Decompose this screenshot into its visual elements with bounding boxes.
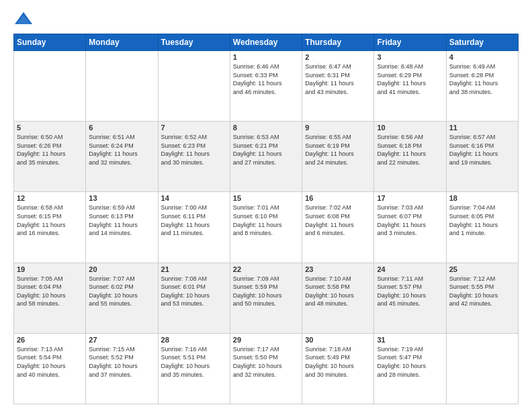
weekday-header: Tuesday (158, 34, 230, 51)
day-number: 30 (305, 336, 371, 344)
calendar-cell: 23Sunrise: 7:10 AMSunset: 5:58 PMDayligh… (302, 263, 374, 333)
day-number: 26 (17, 336, 83, 344)
calendar-cell: 25Sunrise: 7:12 AMSunset: 5:55 PMDayligh… (446, 263, 518, 333)
day-number: 31 (377, 336, 443, 344)
calendar-week-row: 26Sunrise: 7:13 AMSunset: 5:54 PMDayligh… (14, 333, 519, 404)
logo-icon (13, 11, 34, 27)
calendar-cell (158, 51, 230, 122)
day-number: 11 (449, 124, 515, 132)
calendar-cell: 27Sunrise: 7:15 AMSunset: 5:52 PMDayligh… (86, 333, 158, 404)
day-number: 1 (233, 53, 299, 61)
header (13, 11, 519, 27)
day-number: 4 (449, 53, 515, 61)
calendar-cell: 28Sunrise: 7:16 AMSunset: 5:51 PMDayligh… (158, 333, 230, 404)
day-info: Sunrise: 7:15 AMSunset: 5:52 PMDaylight:… (89, 345, 154, 379)
day-number: 12 (17, 194, 83, 202)
day-info: Sunrise: 6:52 AMSunset: 6:23 PMDaylight:… (161, 133, 227, 167)
day-number: 7 (161, 124, 227, 132)
calendar-cell: 16Sunrise: 7:02 AMSunset: 6:08 PMDayligh… (302, 192, 374, 263)
day-info: Sunrise: 7:11 AMSunset: 5:57 PMDaylight:… (377, 275, 443, 308)
weekday-header: Sunday (14, 34, 86, 51)
calendar-cell (86, 51, 158, 122)
calendar-week-row: 5Sunrise: 6:50 AMSunset: 6:26 PMDaylight… (14, 122, 519, 192)
day-number: 27 (89, 336, 154, 344)
weekday-header: Friday (374, 34, 446, 51)
calendar-cell: 8Sunrise: 6:53 AMSunset: 6:21 PMDaylight… (230, 122, 302, 192)
calendar-header-row: SundayMondayTuesdayWednesdayThursdayFrid… (14, 34, 519, 51)
day-info: Sunrise: 7:07 AMSunset: 6:02 PMDaylight:… (89, 275, 154, 308)
day-info: Sunrise: 7:18 AMSunset: 5:49 PMDaylight:… (305, 345, 371, 379)
day-info: Sunrise: 7:00 AMSunset: 6:11 PMDaylight:… (161, 203, 227, 237)
day-info: Sunrise: 7:05 AMSunset: 6:04 PMDaylight:… (17, 275, 83, 308)
calendar-cell: 31Sunrise: 7:19 AMSunset: 5:47 PMDayligh… (374, 333, 446, 404)
day-number: 25 (449, 265, 515, 273)
day-info: Sunrise: 6:58 AMSunset: 6:15 PMDaylight:… (17, 203, 83, 237)
day-number: 29 (233, 336, 299, 344)
day-number: 21 (161, 265, 227, 273)
calendar-cell (446, 333, 518, 404)
day-info: Sunrise: 6:50 AMSunset: 6:26 PMDaylight:… (17, 133, 83, 167)
day-number: 15 (233, 194, 299, 202)
day-info: Sunrise: 7:10 AMSunset: 5:58 PMDaylight:… (305, 275, 371, 308)
day-info: Sunrise: 6:57 AMSunset: 6:16 PMDaylight:… (449, 133, 515, 167)
day-number: 22 (233, 265, 299, 273)
calendar-cell: 13Sunrise: 6:59 AMSunset: 6:13 PMDayligh… (86, 192, 158, 263)
logo (13, 11, 36, 27)
day-number: 23 (305, 265, 371, 273)
calendar-cell: 4Sunrise: 6:49 AMSunset: 6:28 PMDaylight… (446, 51, 518, 122)
weekday-header: Monday (86, 34, 158, 51)
calendar-cell: 15Sunrise: 7:01 AMSunset: 6:10 PMDayligh… (230, 192, 302, 263)
day-info: Sunrise: 7:03 AMSunset: 6:07 PMDaylight:… (377, 203, 443, 237)
calendar-cell: 17Sunrise: 7:03 AMSunset: 6:07 PMDayligh… (374, 192, 446, 263)
day-number: 3 (377, 53, 443, 61)
day-number: 24 (377, 265, 443, 273)
day-number: 17 (377, 194, 443, 202)
calendar-cell: 12Sunrise: 6:58 AMSunset: 6:15 PMDayligh… (14, 192, 86, 263)
page: SundayMondayTuesdayWednesdayThursdayFrid… (0, 0, 532, 411)
calendar-week-row: 12Sunrise: 6:58 AMSunset: 6:15 PMDayligh… (14, 192, 519, 263)
day-info: Sunrise: 7:19 AMSunset: 5:47 PMDaylight:… (377, 345, 443, 379)
day-info: Sunrise: 7:17 AMSunset: 5:50 PMDaylight:… (233, 345, 299, 379)
calendar-cell: 1Sunrise: 6:46 AMSunset: 6:33 PMDaylight… (230, 51, 302, 122)
calendar-cell: 30Sunrise: 7:18 AMSunset: 5:49 PMDayligh… (302, 333, 374, 404)
calendar-cell: 3Sunrise: 6:48 AMSunset: 6:29 PMDaylight… (374, 51, 446, 122)
day-info: Sunrise: 6:49 AMSunset: 6:28 PMDaylight:… (449, 62, 515, 96)
day-number: 5 (17, 124, 83, 132)
day-info: Sunrise: 7:08 AMSunset: 6:01 PMDaylight:… (161, 275, 227, 308)
day-number: 9 (305, 124, 371, 132)
day-info: Sunrise: 6:51 AMSunset: 6:24 PMDaylight:… (89, 133, 154, 167)
day-info: Sunrise: 7:16 AMSunset: 5:51 PMDaylight:… (161, 345, 227, 379)
calendar-cell: 24Sunrise: 7:11 AMSunset: 5:57 PMDayligh… (374, 263, 446, 333)
day-number: 16 (305, 194, 371, 202)
day-number: 8 (233, 124, 299, 132)
day-info: Sunrise: 6:46 AMSunset: 6:33 PMDaylight:… (233, 62, 299, 96)
day-info: Sunrise: 6:53 AMSunset: 6:21 PMDaylight:… (233, 133, 299, 167)
calendar-cell: 19Sunrise: 7:05 AMSunset: 6:04 PMDayligh… (14, 263, 86, 333)
calendar-cell: 14Sunrise: 7:00 AMSunset: 6:11 PMDayligh… (158, 192, 230, 263)
day-number: 18 (449, 194, 515, 202)
day-info: Sunrise: 6:56 AMSunset: 6:18 PMDaylight:… (377, 133, 443, 167)
day-info: Sunrise: 6:59 AMSunset: 6:13 PMDaylight:… (89, 203, 154, 237)
calendar-cell: 22Sunrise: 7:09 AMSunset: 5:59 PMDayligh… (230, 263, 302, 333)
day-info: Sunrise: 6:47 AMSunset: 6:31 PMDaylight:… (305, 62, 371, 96)
day-info: Sunrise: 7:13 AMSunset: 5:54 PMDaylight:… (17, 345, 83, 379)
calendar-cell: 21Sunrise: 7:08 AMSunset: 6:01 PMDayligh… (158, 263, 230, 333)
day-number: 28 (161, 336, 227, 344)
weekday-header: Wednesday (230, 34, 302, 51)
calendar-cell: 18Sunrise: 7:04 AMSunset: 6:05 PMDayligh… (446, 192, 518, 263)
calendar-week-row: 19Sunrise: 7:05 AMSunset: 6:04 PMDayligh… (14, 263, 519, 333)
day-number: 20 (89, 265, 154, 273)
calendar-cell: 20Sunrise: 7:07 AMSunset: 6:02 PMDayligh… (86, 263, 158, 333)
day-info: Sunrise: 7:12 AMSunset: 5:55 PMDaylight:… (449, 275, 515, 308)
day-info: Sunrise: 7:04 AMSunset: 6:05 PMDaylight:… (449, 203, 515, 237)
day-info: Sunrise: 7:01 AMSunset: 6:10 PMDaylight:… (233, 203, 299, 237)
day-info: Sunrise: 7:09 AMSunset: 5:59 PMDaylight:… (233, 275, 299, 308)
calendar-cell: 6Sunrise: 6:51 AMSunset: 6:24 PMDaylight… (86, 122, 158, 192)
calendar-cell: 29Sunrise: 7:17 AMSunset: 5:50 PMDayligh… (230, 333, 302, 404)
calendar-week-row: 1Sunrise: 6:46 AMSunset: 6:33 PMDaylight… (14, 51, 519, 122)
calendar-cell: 7Sunrise: 6:52 AMSunset: 6:23 PMDaylight… (158, 122, 230, 192)
calendar-cell (14, 51, 86, 122)
calendar-cell: 2Sunrise: 6:47 AMSunset: 6:31 PMDaylight… (302, 51, 374, 122)
calendar-cell: 11Sunrise: 6:57 AMSunset: 6:16 PMDayligh… (446, 122, 518, 192)
day-info: Sunrise: 6:55 AMSunset: 6:19 PMDaylight:… (305, 133, 371, 167)
